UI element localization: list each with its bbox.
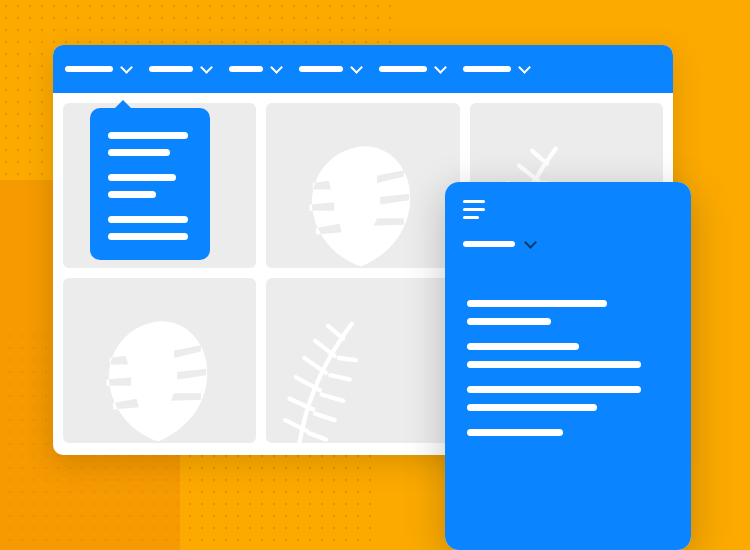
chevron-down-icon <box>435 66 445 72</box>
nav-label <box>229 66 263 72</box>
nav-item-5[interactable] <box>463 66 529 72</box>
mobile-menu-item[interactable] <box>467 429 563 436</box>
mobile-menu-item[interactable] <box>467 343 579 350</box>
nav-label <box>149 66 193 72</box>
nav-label <box>65 66 113 72</box>
nav-label <box>379 66 427 72</box>
chevron-down-icon <box>519 66 529 72</box>
dropdown-item[interactable] <box>108 216 188 223</box>
chevron-down-icon <box>271 66 281 72</box>
chevron-down-icon <box>525 241 535 247</box>
mobile-menu-item[interactable] <box>467 318 551 325</box>
monstera-leaf-icon <box>93 313 223 443</box>
nav-label <box>463 241 515 247</box>
monstera-leaf-icon <box>296 138 426 268</box>
dropdown-item[interactable] <box>108 174 176 181</box>
navbar <box>53 45 673 93</box>
mobile-dropdown-menu[interactable] <box>445 280 691 550</box>
dropdown-item[interactable] <box>108 132 188 139</box>
content-card[interactable] <box>266 278 459 443</box>
hamburger-icon[interactable] <box>463 200 673 219</box>
mobile-nav-item[interactable] <box>463 241 673 247</box>
mobile-header <box>445 182 691 280</box>
nav-item-1[interactable] <box>149 66 211 72</box>
dropdown-item[interactable] <box>108 191 156 198</box>
mobile-window <box>445 182 691 550</box>
nav-label <box>299 66 343 72</box>
nav-item-0[interactable] <box>65 66 131 72</box>
dropdown-item[interactable] <box>108 149 170 156</box>
chevron-down-icon <box>351 66 361 72</box>
chevron-down-icon <box>121 66 131 72</box>
content-card[interactable] <box>63 278 256 443</box>
nav-item-3[interactable] <box>299 66 361 72</box>
nav-item-4[interactable] <box>379 66 445 72</box>
dropdown-item[interactable] <box>108 233 188 240</box>
nav-label <box>463 66 511 72</box>
dropdown-menu[interactable] <box>90 108 210 260</box>
mobile-menu-item[interactable] <box>467 361 641 368</box>
mobile-menu-item[interactable] <box>467 386 641 393</box>
fern-leaf-icon <box>276 313 406 443</box>
nav-item-2[interactable] <box>229 66 281 72</box>
content-card[interactable] <box>266 103 459 268</box>
chevron-down-icon <box>201 66 211 72</box>
mobile-menu-item[interactable] <box>467 300 607 307</box>
mobile-menu-item[interactable] <box>467 404 597 411</box>
